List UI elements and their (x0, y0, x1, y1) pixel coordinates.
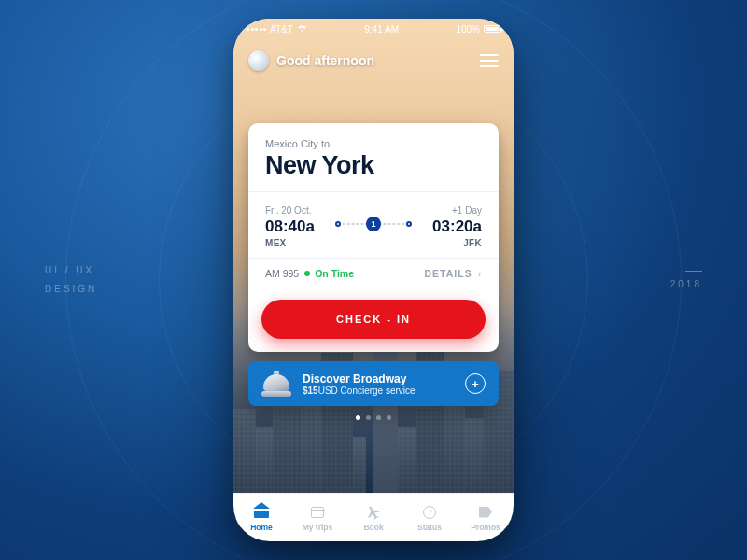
status-badge: On Time (304, 268, 354, 279)
tab-home[interactable]: Home (233, 504, 289, 532)
calendar-icon (311, 504, 324, 521)
menu-button[interactable] (480, 54, 499, 67)
promo-add-button[interactable]: + (465, 373, 486, 394)
signal-icon (247, 28, 266, 31)
design-caption-left: UI / UX DESIGN (45, 261, 97, 299)
design-caption-right: 2018 (670, 271, 702, 289)
origin-line: Mexico City to (265, 138, 482, 149)
battery-icon (484, 25, 500, 33)
stops-badge: 1 (366, 217, 381, 231)
tab-mytrips[interactable]: My trips (289, 504, 345, 532)
promo-title: Discover Broadway (303, 372, 454, 385)
status-time: 9:41 AM (364, 24, 399, 35)
promo-banner[interactable]: Discover Broadway $15USD Concierge servi… (248, 361, 499, 406)
page-indicator (356, 415, 391, 420)
phone-frame: AT&T 9:41 AM 100% Good afternoon Mexico … (233, 19, 514, 541)
tab-promos[interactable]: Promos (458, 504, 514, 532)
status-dot-icon (304, 271, 310, 276)
promo-subtitle: $15USD Concierge service (303, 385, 454, 396)
destination-title: New York (265, 151, 482, 180)
arrive-day-offset: +1 Day (416, 205, 482, 216)
clock-icon (423, 504, 436, 521)
details-link[interactable]: DETAILS › (425, 268, 482, 279)
greeting: Good afternoon (276, 53, 374, 68)
flight-number: AM 995 (265, 268, 299, 279)
status-bar: AT&T 9:41 AM 100% (233, 19, 514, 39)
plane-icon (362, 500, 386, 524)
arrive-airport: JFK (416, 238, 482, 248)
depart-time: 08:40a (265, 217, 331, 236)
checkin-button[interactable]: CHECK - IN (261, 300, 486, 339)
tab-bar: Home My trips Book Status Promos (233, 493, 514, 541)
depart-date-label: Fri. 20 Oct. (265, 205, 331, 216)
depart-airport: MEX (265, 238, 331, 248)
carrier-label: AT&T (270, 24, 293, 35)
arrive-time: 03:20a (416, 217, 482, 236)
brand-logo-icon (248, 50, 269, 71)
tab-status[interactable]: Status (402, 504, 458, 532)
tab-book[interactable]: Book (345, 504, 402, 532)
flight-progress-track: 1 (338, 215, 409, 233)
flight-card: Mexico City to New York Fri. 20 Oct. 08:… (248, 123, 499, 352)
chevron-right-icon: › (478, 269, 482, 279)
home-icon (254, 504, 269, 521)
tag-icon (479, 504, 492, 521)
wifi-icon (297, 24, 307, 35)
concierge-bell-icon (261, 371, 291, 397)
battery-label: 100% (456, 24, 480, 35)
